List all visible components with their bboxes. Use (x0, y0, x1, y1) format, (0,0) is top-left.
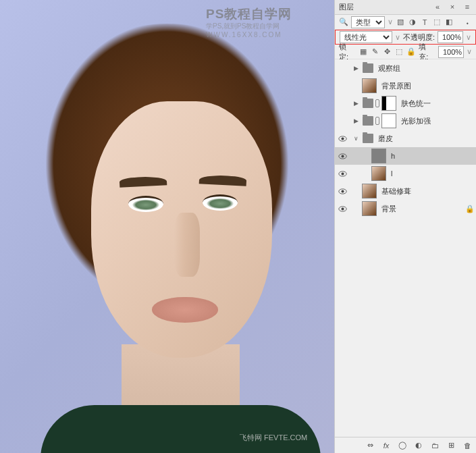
chevron-right-icon[interactable]: ▶ (354, 65, 361, 72)
fill-input[interactable] (438, 46, 464, 58)
filter-row: 🔍 类型 ∨ ▧ ◑ T ⬚ ◧ ⬩ (335, 15, 476, 30)
svg-point-7 (341, 190, 344, 192)
watermark-bottom: 飞特网 FEVTE.COM (240, 433, 307, 443)
layer-label: 磨皮 (375, 134, 473, 144)
layer-thumbnail[interactable] (362, 201, 377, 216)
svg-point-3 (341, 155, 344, 157)
filter-type-icon[interactable]: T (420, 18, 429, 27)
opacity-label: 不透明度: (403, 32, 435, 43)
watermark-title: PS教程自学网 (206, 5, 292, 23)
visibility-toggle[interactable] (338, 116, 347, 126)
visibility-toggle[interactable] (338, 81, 347, 90)
layer-tree[interactable]: ▶ 观察组 背景原图 ▶ 肤色统一 ▶ 光影加强 (335, 59, 476, 437)
layer-label: h (388, 152, 473, 160)
layer-group-retouch[interactable]: ∨ 磨皮 (335, 130, 476, 147)
svg-point-9 (341, 207, 344, 210)
link-layers-icon[interactable]: ⇔ (365, 441, 375, 450)
layer-group-skin[interactable]: ▶ 肤色统一 (335, 95, 476, 112)
filter-smart-icon[interactable]: ◧ (444, 18, 454, 27)
chevron-right-icon[interactable]: ▶ (354, 100, 361, 107)
layer-label: 基础修葺 (379, 186, 473, 196)
image-canvas: PS教程自学网 学PS,就到PS教程自学网 WWW.16XX8.COM 飞特网 … (0, 0, 334, 453)
layer-group-light[interactable]: ▶ 光影加强 (335, 112, 476, 130)
panel-title: 图层 (339, 2, 354, 12)
adjustment-add-icon[interactable]: ◐ (414, 441, 423, 450)
folder-icon (363, 63, 373, 73)
folder-icon (363, 99, 373, 108)
layers-panel: 图层 « × ≡ 🔍 类型 ∨ ▧ ◑ T ⬚ ◧ ⬩ 线性光 ∨ 不透明度: … (334, 0, 476, 453)
chevron-down-icon[interactable]: ∨ (354, 135, 361, 142)
panel-close-icon[interactable]: × (448, 2, 457, 11)
lock-all-icon[interactable]: 🔒 (406, 47, 416, 57)
svg-point-1 (341, 137, 344, 140)
group-new-icon[interactable]: 🗀 (430, 441, 440, 450)
filter-toggle-icon[interactable]: ⬩ (462, 18, 472, 27)
layer-l[interactable]: l (335, 165, 476, 182)
filter-pixel-icon[interactable]: ▧ (396, 18, 405, 27)
trash-icon[interactable]: 🗑 (462, 441, 472, 450)
layer-background[interactable]: 背景 🔒 (335, 200, 476, 217)
mask-add-icon[interactable]: ◯ (398, 441, 407, 450)
visibility-toggle[interactable] (338, 204, 347, 213)
folder-icon (363, 116, 373, 126)
layer-thumbnail[interactable] (362, 78, 377, 93)
panel-collapse-icon[interactable]: « (433, 2, 442, 11)
blend-opacity-row: 线性光 ∨ 不透明度: ∨ (335, 30, 476, 45)
layer-label: 肤色统一 (398, 99, 473, 109)
panel-footer: ⇔ fx ◯ ◐ 🗀 ⊞ 🗑 (335, 437, 476, 453)
fill-label: 填充: (419, 42, 435, 62)
filter-shape-icon[interactable]: ⬚ (432, 18, 442, 27)
layer-label: 光影加强 (398, 116, 473, 126)
search-icon[interactable]: 🔍 (339, 18, 348, 27)
visibility-toggle[interactable] (338, 169, 347, 178)
lock-position-icon[interactable]: ✥ (383, 47, 392, 57)
layer-new-icon[interactable]: ⊞ (446, 441, 456, 450)
filter-type-select[interactable]: 类型 (351, 16, 385, 28)
visibility-toggle[interactable] (338, 151, 347, 161)
layer-thumbnail[interactable] (362, 184, 377, 198)
lock-icon[interactable]: 🔒 (465, 205, 473, 213)
link-icon (375, 117, 379, 125)
opacity-input[interactable] (438, 31, 463, 43)
lock-artboard-icon[interactable]: ⬚ (394, 47, 404, 57)
lock-brush-icon[interactable]: ✎ (371, 47, 380, 57)
layer-label: 背景 (379, 204, 463, 214)
lock-transparent-icon[interactable]: ▦ (359, 47, 368, 57)
visibility-toggle[interactable] (338, 186, 347, 196)
svg-point-5 (341, 172, 344, 175)
layer-group-observe[interactable]: ▶ 观察组 (335, 59, 476, 77)
visibility-toggle[interactable] (338, 63, 347, 73)
watermark-url: WWW.16XX8.COM (206, 31, 282, 38)
layer-bg-original[interactable]: 背景原图 (335, 77, 476, 95)
panel-menu-icon[interactable]: ≡ (462, 2, 472, 11)
mask-thumbnail[interactable] (381, 96, 396, 111)
lock-label: 锁定: (339, 42, 356, 62)
visibility-toggle[interactable] (338, 134, 347, 143)
link-icon (375, 99, 379, 107)
layer-label: 观察组 (375, 63, 473, 74)
layer-base-fix[interactable]: 基础修葺 (335, 182, 476, 200)
watermark-subtitle: 学PS,就到PS教程自学网 (206, 22, 280, 31)
layer-thumbnail[interactable] (371, 149, 386, 163)
chevron-right-icon[interactable]: ▶ (354, 117, 361, 124)
fx-icon[interactable]: fx (381, 441, 391, 450)
mask-thumbnail[interactable] (381, 113, 396, 128)
lock-fill-row: 锁定: ▦ ✎ ✥ ⬚ 🔒 填充: ∨ (335, 45, 476, 59)
visibility-toggle[interactable] (338, 99, 347, 108)
portrait-image (0, 0, 334, 453)
folder-icon (363, 134, 373, 143)
layer-label: 背景原图 (379, 81, 473, 91)
panel-header: 图层 « × ≡ (335, 0, 476, 15)
layer-h[interactable]: h (335, 147, 476, 165)
filter-adjustment-icon[interactable]: ◑ (408, 18, 417, 27)
layer-label: l (388, 169, 473, 178)
layer-thumbnail[interactable] (371, 166, 386, 181)
